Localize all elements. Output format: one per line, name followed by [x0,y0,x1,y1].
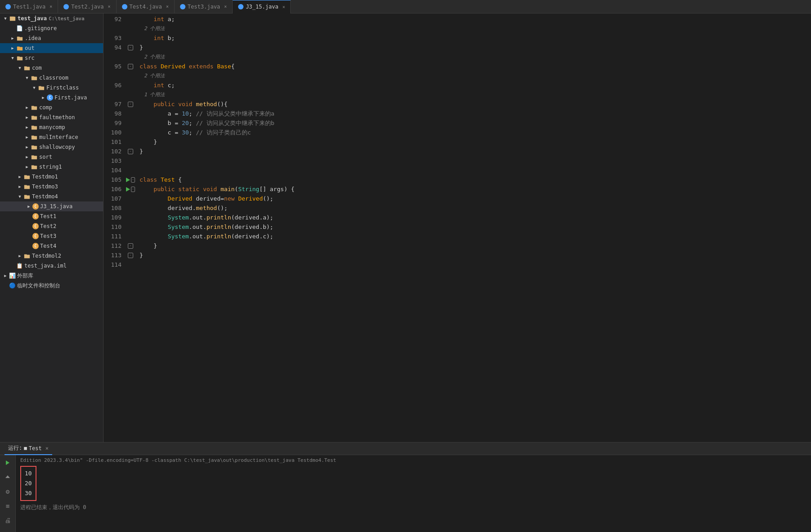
run-icon[interactable] [126,187,130,192]
keyword: class [140,175,161,184]
plain [140,232,168,241]
sidebar-item-shallowcopy[interactable]: ▶ shallowcopy [0,142,103,152]
sidebar-item-out[interactable]: ▶ out [0,43,103,53]
var: out [192,213,203,222]
sidebar-item-manycomp[interactable]: ▶ manycomp [0,122,103,132]
first-java-label: First.java [54,94,87,101]
sidebar-item-firstclass[interactable]: ▼ Firstclass [0,83,103,93]
list-button[interactable]: ≡ [2,501,13,511]
tab-test2[interactable]: Test2.java × [58,0,116,13]
sidebar-item-iml[interactable]: 📋 test_java.iml [0,261,103,271]
ln-99: 99 [104,118,122,128]
tab-test4[interactable]: Test4.java × [117,0,175,13]
sidebar-item-sort[interactable]: ▶ sort [0,152,103,162]
ln-97: 97 [104,99,122,109]
code-line-98: a = 10 ; // 访问从父类中继承下来的a [140,109,811,118]
gutter-97[interactable]: - [126,99,135,109]
tab-test4-close[interactable]: × [166,4,169,9]
tab-test3-close[interactable]: × [224,4,227,9]
scroll-up-button[interactable] [2,472,13,483]
sidebar-item-testdmol2[interactable]: ▶ Testdmol2 [0,251,103,261]
code-line-107: Derived derived= new Derived (); [140,194,811,203]
run-icon[interactable] [126,178,130,182]
gutter-99 [126,118,135,128]
sidebar-item-testdmo3[interactable]: ▶ Testdmo3 [0,182,103,192]
folder-icon [23,173,31,180]
code-line-100: c = 30 ; // 访问子类自己的c [140,128,811,137]
settings-button[interactable]: ⚙ [2,486,13,497]
print-button[interactable]: 🖨 [2,515,13,526]
sidebar-item-classroom[interactable]: ▼ classroom [0,73,103,83]
tab-test3[interactable]: Test3.java × [175,0,233,13]
sidebar-item-first-java[interactable]: ▶ C First.java [0,93,103,103]
sidebar-item-test1-class[interactable]: C Test1 [0,211,103,221]
java-icon [180,4,185,9]
idea-label: .idea [25,35,41,41]
fold-icon[interactable]: - [128,45,133,50]
ln-96: 96 [104,80,122,90]
gutter-106[interactable]: - [126,184,135,194]
sidebar-item-com[interactable]: ▼ com [0,63,103,73]
editor-area[interactable]: 92 - 93 94 - 95 - 96 - 97 98 99 100 101 … [104,13,811,442]
tab-test1-close[interactable]: × [50,4,52,9]
gutter-113[interactable]: - [126,250,135,260]
gutter-112[interactable]: - [126,241,135,250]
sidebar-item-src[interactable]: ▼ src [0,53,103,63]
ln-93: 93 [104,33,122,43]
run-button[interactable] [2,457,13,468]
method-name: main [221,184,234,194]
tab-test1[interactable]: Test1.java × [0,0,58,13]
project-path: C:\test_java [49,16,84,22]
sidebar-item-test2-class[interactable]: C Test2 [0,221,103,231]
fold-icon[interactable]: - [128,243,133,249]
gutter-94[interactable]: - [126,43,135,52]
gutter-102[interactable]: - [126,147,135,156]
output-line-2: 20 [25,478,32,488]
fold-icon[interactable]: - [131,187,135,192]
terminal-area[interactable]: Edition 2023.3.4\bin" -Dfile.encoding=UT… [16,455,811,532]
gutter-111 [126,232,135,241]
sidebar-item-temp[interactable]: 🔵 临时文件和控制台 [0,281,103,291]
sidebar-item-gitignore[interactable]: 📄 .gitignore [0,23,103,33]
fold-icon[interactable]: - [128,64,133,69]
sidebar-item-comp[interactable]: ▶ comp [0,103,103,112]
code-line-hint4: 1 个用法 [140,90,811,99]
bottom-content: ⚙ ≡ 🖨 Edition 2023.3.4\bin" -Dfile.encod… [0,455,811,532]
java-icon [238,4,243,9]
sidebar-item-project[interactable]: ▼ test_java C:\test_java [0,13,103,23]
fold-icon[interactable]: - [128,149,133,154]
iml-icon: 📋 [16,263,23,269]
run-tab[interactable]: 运行: ■ Test × [5,443,52,455]
sidebar-item-libs[interactable]: ▶ 📊 外部库 [0,271,103,281]
fold-icon[interactable]: - [131,177,135,183]
arrow-icon: ▶ [23,134,31,141]
plain: a; [164,14,175,24]
java-icon: C [32,223,39,229]
sidebar-item-test4-class[interactable]: C Test4 [0,241,103,251]
tab-test2-close[interactable]: × [108,4,111,9]
tab-j3-15[interactable]: J3_15.java × [233,0,291,13]
sidebar-item-mulinterface[interactable]: ▶ mulInterface [0,132,103,142]
run-tab-label: 运行: [8,444,22,452]
folder-icon [23,252,31,259]
sidebar-item-idea[interactable]: ▶ .idea [0,33,103,43]
ln-114: 114 [104,260,122,269]
sidebar-item-string1[interactable]: ▶ string1 [0,162,103,172]
folder-icon [31,153,38,161]
gutter-105[interactable]: - [126,175,135,184]
sidebar-item-test3-class[interactable]: C Test3 [0,231,103,241]
tab-j3-15-close[interactable]: × [282,4,285,9]
code-line-97: public void method (){ [140,99,811,109]
plain: } [140,43,143,52]
sidebar-item-j3-15[interactable]: ▶ C J3_15.java [0,201,103,211]
sidebar-item-faultmethon[interactable]: ▶ faultmethon [0,112,103,122]
sidebar-item-testdmo4[interactable]: ▼ Testdmo4 [0,192,103,201]
var: out [192,222,203,232]
gutter-98 [126,109,135,118]
run-tab-close[interactable]: × [45,445,49,452]
folder-icon [16,35,23,42]
gutter-95[interactable]: - [126,62,135,71]
sidebar-item-testdmo1[interactable]: ▶ Testdmo1 [0,172,103,182]
fold-icon[interactable]: - [128,102,133,107]
fold-icon[interactable]: - [128,253,133,258]
